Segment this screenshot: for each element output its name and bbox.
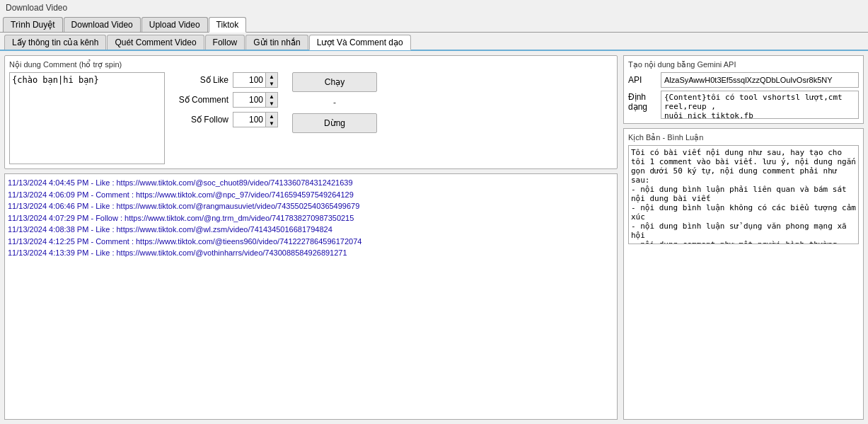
log-entry: 11/13/2024 4:12:25 PM - Comment : https:… xyxy=(8,236,614,248)
tab-download-video[interactable]: Download Video xyxy=(64,17,141,32)
log-box[interactable]: 11/13/2024 4:04:45 PM - Like : https://w… xyxy=(4,173,618,420)
log-entry: 11/13/2024 4:06:09 PM - Comment : https:… xyxy=(8,189,614,201)
so-follow-label: Số Follow xyxy=(172,115,228,125)
so-comment-spinners: ▲ ▼ xyxy=(265,93,277,107)
spin-controls: Số Like ▲ ▼ Số Comment xyxy=(172,72,278,127)
sub-tabs: Lấy thông tin của kênh Quét Comment Vide… xyxy=(0,33,868,51)
so-follow-up[interactable]: ▲ xyxy=(266,113,277,120)
kichban-title: Kịch Bản - Bình Luận xyxy=(628,133,859,142)
left-panel: Nội dung Comment (hổ trợ spin) Số Like ▲… xyxy=(4,55,618,420)
sub-tab-lay-thong-tin[interactable]: Lấy thông tin của kênh xyxy=(4,35,106,50)
main-content: Nội dung Comment (hổ trợ spin) Số Like ▲… xyxy=(0,51,868,424)
dash-text: - xyxy=(333,98,336,108)
log-link[interactable]: https://www.tiktok.com/@rangmausuviet/vi… xyxy=(117,202,360,210)
so-like-label: Số Like xyxy=(172,75,228,85)
format-label: Định dạng xyxy=(628,91,656,112)
comment-group-label: Nội dung Comment (hổ trợ spin) xyxy=(9,60,613,69)
so-follow-down[interactable]: ▼ xyxy=(266,120,277,127)
sub-tab-quet-comment[interactable]: Quét Comment Video xyxy=(107,35,204,50)
so-like-spinners: ▲ ▼ xyxy=(265,73,277,87)
so-comment-label: Số Comment xyxy=(172,95,228,105)
so-follow-row: Số Follow ▲ ▼ xyxy=(172,112,278,127)
format-row: Định dạng xyxy=(628,91,859,119)
so-comment-input-wrap: ▲ ▼ xyxy=(233,92,278,108)
so-like-input-wrap: ▲ ▼ xyxy=(233,72,278,88)
controls-row: Số Like ▲ ▼ Số Comment xyxy=(9,72,613,164)
menu-tabs: Trình Duyệt Download Video Upload Video … xyxy=(0,16,868,33)
format-textarea[interactable] xyxy=(661,91,859,119)
title-bar: Download Video xyxy=(0,0,868,16)
tab-trinh-duyet[interactable]: Trình Duyệt xyxy=(3,17,63,32)
so-follow-spinners: ▲ ▼ xyxy=(265,113,277,127)
kichban-section: Kịch Bản - Bình Luận xyxy=(623,128,864,420)
tab-tiktok[interactable]: Tiktok xyxy=(209,17,247,33)
so-like-input[interactable] xyxy=(233,74,265,86)
log-entry: 11/13/2024 4:06:46 PM - Like : https://w… xyxy=(8,200,614,212)
api-section-title: Tạo nội dung bằng Gemini API xyxy=(628,60,859,69)
so-comment-down[interactable]: ▼ xyxy=(266,100,277,107)
so-like-up[interactable]: ▲ xyxy=(266,73,277,80)
log-link[interactable]: https://www.tiktok.com/@wl.zsm/video/741… xyxy=(117,225,332,234)
so-comment-row: Số Comment ▲ ▼ xyxy=(172,92,278,108)
sub-tab-follow[interactable]: Follow xyxy=(205,35,245,50)
comment-textarea[interactable] xyxy=(9,72,165,164)
sub-tab-luot-va-comment[interactable]: Lượt Và Comment dạo xyxy=(309,35,411,50)
so-like-row: Số Like ▲ ▼ xyxy=(172,72,278,88)
log-entry: 11/13/2024 4:04:45 PM - Like : https://w… xyxy=(8,177,614,189)
log-entry: 11/13/2024 4:13:39 PM - Like : https://w… xyxy=(8,247,614,259)
so-comment-up[interactable]: ▲ xyxy=(266,93,277,100)
log-link[interactable]: https://www.tiktok.com/@soc_chuot89/vide… xyxy=(117,178,353,187)
chay-button[interactable]: Chạy xyxy=(292,72,377,92)
api-input[interactable] xyxy=(661,72,859,88)
log-link[interactable]: https://www.tiktok.com/@vothinharrs/vide… xyxy=(117,248,347,257)
log-link[interactable]: https://www.tiktok.com/@tieens960/video/… xyxy=(136,237,361,246)
log-link[interactable]: https://www.tiktok.com/@npc_97/video/741… xyxy=(136,190,354,199)
api-row: API xyxy=(628,72,859,88)
api-label: API xyxy=(628,75,656,85)
so-follow-input-wrap: ▲ ▼ xyxy=(233,112,278,127)
log-entry: 11/13/2024 4:08:38 PM - Like : https://w… xyxy=(8,224,614,236)
kichban-textarea[interactable] xyxy=(628,145,859,244)
log-link[interactable]: https://www.tiktok.com/@ng.trm_dm/video/… xyxy=(125,214,354,222)
api-section: Tạo nội dung bằng Gemini API API Định dạ… xyxy=(623,55,864,124)
tab-upload-video[interactable]: Upload Video xyxy=(141,17,208,32)
action-buttons: Chạy - Dừng xyxy=(292,72,377,133)
comment-group: Nội dung Comment (hổ trợ spin) Số Like ▲… xyxy=(4,55,618,169)
log-entry: 11/13/2024 4:07:29 PM - Follow : https:/… xyxy=(8,212,614,224)
sub-tab-gui-tin-nhan[interactable]: Gửi tin nhắn xyxy=(245,35,308,50)
so-comment-input[interactable] xyxy=(233,93,265,106)
right-panel: Tạo nội dung bằng Gemini API API Định dạ… xyxy=(623,55,864,420)
so-follow-input[interactable] xyxy=(233,113,265,126)
dung-button[interactable]: Dừng xyxy=(292,113,377,133)
so-like-down[interactable]: ▼ xyxy=(266,80,277,87)
